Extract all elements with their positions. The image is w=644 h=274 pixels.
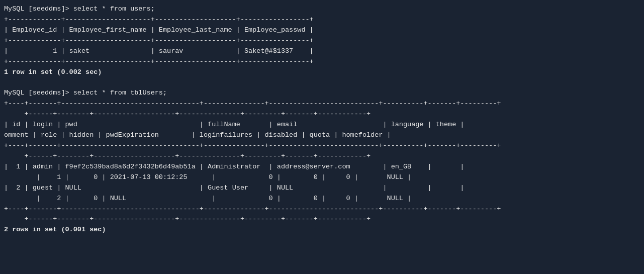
table1-row1: | 1 | saket | saurav | Saket@#$1337 | [4, 46, 644, 57]
table2-sep3: +----+-------+--------------------------… [4, 204, 644, 215]
table2-sep1: +----+-------+--------------------------… [4, 99, 644, 109]
table2-sub1: +------+--------+--------------------+--… [4, 109, 644, 120]
table2-sub2: +------+--------+--------------------+--… [4, 151, 644, 162]
table2-row2-line1: | 2 | guest | NULL | Guest User | NULL |… [4, 183, 644, 194]
table1-sep2: +-------------+---------------------+---… [4, 36, 644, 46]
result1: 1 row in set (0.002 sec) [4, 67, 644, 78]
table2-row1-line1: | 1 | admin | f9ef2c539bad8a6d2f3432b6d4… [4, 162, 644, 172]
table1-header: | Employee_id | Employee_first_name | Em… [4, 25, 644, 36]
table2-sep2: +----+-------+--------------------------… [4, 141, 644, 151]
table1-sep3: +-------------+---------------------+---… [4, 57, 644, 67]
table2-header2: omment | role | hidden | pwdExpiration |… [4, 130, 644, 141]
result2: 2 rows in set (0.001 sec) [4, 225, 644, 235]
table2-row2-line2: | 2 | 0 | NULL | 0 | 0 | 0 | NULL | [4, 194, 644, 204]
cmd-line-2: MySQL [seeddms]> select * from tblUsers; [4, 88, 644, 99]
table2-header1: | id | login | pwd | fullName | email | … [4, 120, 644, 130]
table1-sep1: +-------------+---------------------+---… [4, 15, 644, 25]
terminal-window: MySQL [seeddms]> select * from users; +-… [4, 4, 644, 235]
table2-row1-line2: | 1 | 0 | 2021-07-13 00:12:25 | 0 | 0 | … [4, 172, 644, 183]
blank-line [4, 77, 644, 88]
table2-sub3: +------+--------+--------------------+--… [4, 214, 644, 225]
cmd-line-1: MySQL [seeddms]> select * from users; [4, 4, 644, 15]
